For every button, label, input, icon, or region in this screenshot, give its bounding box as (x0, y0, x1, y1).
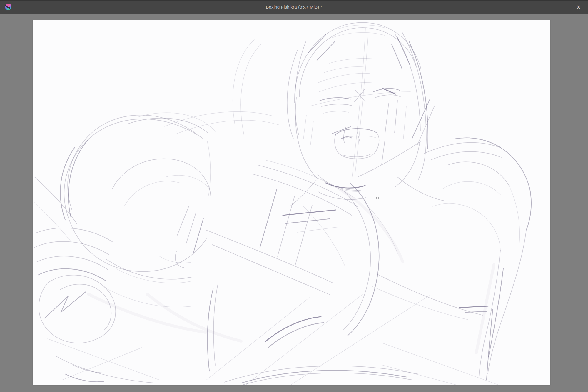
brush-cursor-icon (376, 197, 379, 199)
close-button[interactable]: ✕ (574, 2, 583, 12)
boxer-sketch (33, 20, 550, 385)
close-icon: ✕ (576, 4, 581, 10)
krita-window: Boxing Fisk.kra (85.7 MiB) * ✕ (0, 0, 588, 392)
titlebar[interactable]: Boxing Fisk.kra (85.7 MiB) * ✕ (0, 0, 588, 14)
document-canvas[interactable] (33, 20, 550, 385)
window-title: Boxing Fisk.kra (85.7 MiB) * (0, 0, 588, 14)
canvas-surround[interactable] (0, 14, 588, 392)
